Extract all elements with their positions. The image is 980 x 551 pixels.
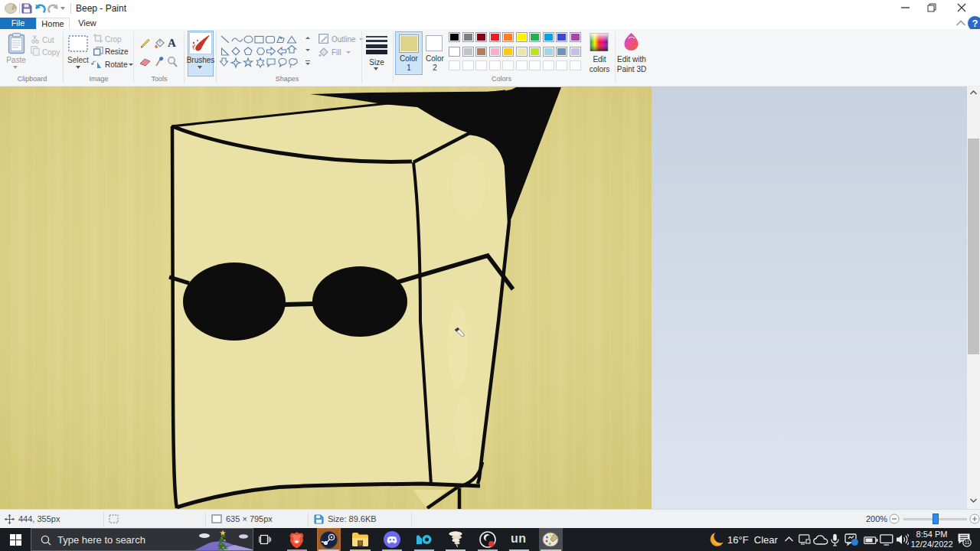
svg-text:11: 11 [965,540,970,545]
